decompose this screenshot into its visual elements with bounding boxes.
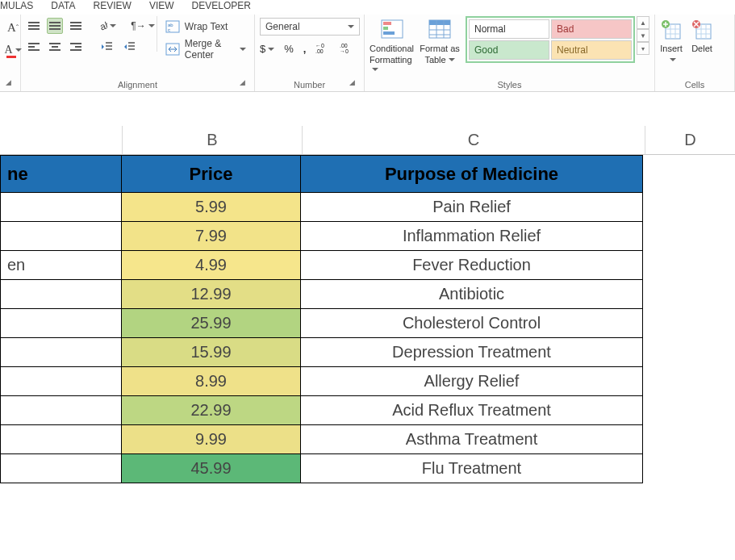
increase-decimal-button[interactable]: ←0.00 xyxy=(315,40,330,56)
align-right-button[interactable] xyxy=(68,39,84,55)
svg-text:←0: ←0 xyxy=(315,43,324,48)
align-middle-button[interactable] xyxy=(47,18,63,34)
delete-cells-icon xyxy=(691,18,713,42)
table-row: 12.99Antibiotic xyxy=(1,280,643,309)
table-row: 7.99Inflammation Relief xyxy=(1,222,643,251)
cell-purpose[interactable]: Allergy Relief xyxy=(301,367,643,396)
align-bottom-button[interactable] xyxy=(68,18,84,34)
cell-price[interactable]: 7.99 xyxy=(122,222,301,251)
col-header-b[interactable]: B xyxy=(122,126,302,155)
chevron-down-icon xyxy=(107,20,116,31)
header-purpose[interactable]: Purpose of Medicine xyxy=(301,156,643,193)
tab-review[interactable]: REVIEW xyxy=(94,0,132,11)
scroll-down-icon[interactable]: ▼ xyxy=(637,29,649,42)
header-name[interactable]: ne xyxy=(1,156,122,193)
text-direction-button[interactable]: ¶→ xyxy=(134,18,152,34)
align-left-button[interactable] xyxy=(26,39,42,55)
style-neutral[interactable]: Neutral xyxy=(551,40,632,60)
increase-font-size-button[interactable]: Aˆ xyxy=(5,19,21,36)
cell-purpose[interactable]: Asthma Treatment xyxy=(301,425,643,454)
cell-price[interactable]: 15.99 xyxy=(122,338,301,367)
merge-center-button[interactable]: Merge & Center xyxy=(162,40,249,58)
spreadsheet[interactable]: B C D ne Price Purpose of Medicine 5.99P… xyxy=(0,126,735,483)
cond-fmt-label-2: Formatting xyxy=(370,55,412,65)
accounting-format-button[interactable]: $ xyxy=(260,40,274,56)
chevron-down-icon xyxy=(146,20,155,31)
tab-formulas[interactable]: MULAS xyxy=(0,0,33,11)
font-dialog-launcher[interactable]: ◢ xyxy=(2,77,14,88)
style-gallery-spinner[interactable]: ▲ ▼ ▾ xyxy=(637,16,649,63)
cell-name[interactable] xyxy=(1,338,122,367)
format-as-table-button[interactable]: Format as Table xyxy=(419,16,461,65)
tab-view[interactable]: VIEW xyxy=(149,0,174,11)
cell-purpose[interactable]: Acid Reflux Treatment xyxy=(301,396,643,425)
insert-cells-button[interactable]: Insert xyxy=(660,18,683,65)
group-font-label: ◢ xyxy=(5,88,15,90)
conditional-formatting-button[interactable]: Conditional Formatting xyxy=(370,16,414,74)
cell-purpose[interactable]: Pain Relief xyxy=(301,193,643,222)
style-bad[interactable]: Bad xyxy=(551,19,632,39)
svg-text:.00: .00 xyxy=(340,43,348,48)
cell-purpose[interactable]: Flu Treatment xyxy=(301,454,643,483)
cell-name[interactable] xyxy=(1,280,122,309)
cell-name[interactable]: en xyxy=(1,251,122,280)
wrap-text-button[interactable]: abc Wrap Text xyxy=(162,18,249,36)
cell-purpose[interactable]: Cholesterol Control xyxy=(301,309,643,338)
col-header-d[interactable]: D xyxy=(645,126,735,155)
col-header-a[interactable] xyxy=(0,126,122,155)
gallery-expand-icon[interactable]: ▾ xyxy=(637,42,649,55)
align-top-button[interactable] xyxy=(26,18,42,34)
style-normal[interactable]: Normal xyxy=(469,19,549,39)
align-center-button[interactable] xyxy=(47,39,63,55)
cell-price[interactable]: 45.99 xyxy=(122,454,301,483)
decrease-indent-button[interactable] xyxy=(98,39,116,55)
delete-label: Delet xyxy=(691,44,712,53)
cell-purpose[interactable]: Depression Treatment xyxy=(301,338,643,367)
header-price[interactable]: Price xyxy=(122,156,301,193)
svg-rect-11 xyxy=(383,27,388,30)
col-header-c[interactable]: C xyxy=(302,126,645,155)
decrease-decimal-button[interactable]: .00→0 xyxy=(340,40,354,56)
tab-data[interactable]: DATA xyxy=(51,0,75,11)
cell-name[interactable] xyxy=(1,222,122,251)
cell-price[interactable]: 8.99 xyxy=(122,367,301,396)
svg-text:c: c xyxy=(168,27,170,32)
chevron-down-icon xyxy=(345,21,354,32)
number-dialog-launcher[interactable]: ◢ xyxy=(346,77,357,88)
font-color-button[interactable]: A xyxy=(5,42,21,58)
table-row: 45.99Flu Treatment xyxy=(1,454,643,483)
cell-price[interactable]: 12.99 xyxy=(122,280,301,309)
insert-label: Insert xyxy=(660,44,683,53)
alignment-dialog-launcher[interactable]: ◢ xyxy=(236,77,248,88)
chevron-down-icon xyxy=(265,43,274,55)
number-format-dropdown[interactable]: General xyxy=(260,18,360,36)
cell-styles-gallery[interactable]: Normal Bad Good Neutral xyxy=(466,16,635,63)
tab-developer[interactable]: DEVELOPER xyxy=(192,0,251,11)
cell-purpose[interactable]: Antibiotic xyxy=(301,280,643,309)
svg-rect-14 xyxy=(429,20,450,25)
cell-name[interactable] xyxy=(1,193,122,222)
cell-name[interactable] xyxy=(1,454,122,483)
data-table[interactable]: ne Price Purpose of Medicine 5.99Pain Re… xyxy=(0,155,643,483)
cell-name[interactable] xyxy=(1,309,122,338)
group-alignment-label: Alignment ◢ xyxy=(26,78,249,90)
delete-cells-button[interactable]: Delet xyxy=(691,18,713,53)
comma-format-button[interactable]: , xyxy=(303,40,307,56)
cell-name[interactable] xyxy=(1,396,122,425)
style-good[interactable]: Good xyxy=(469,40,549,60)
cell-price[interactable]: 9.99 xyxy=(122,425,301,454)
cell-purpose[interactable]: Inflammation Relief xyxy=(301,222,643,251)
cell-name[interactable] xyxy=(1,425,122,454)
cell-price[interactable]: 4.99 xyxy=(122,251,301,280)
increase-indent-button[interactable] xyxy=(121,39,139,55)
cell-price[interactable]: 5.99 xyxy=(122,193,301,222)
scroll-up-icon[interactable]: ▲ xyxy=(637,16,649,29)
cell-price[interactable]: 22.99 xyxy=(122,396,301,425)
cell-name[interactable] xyxy=(1,367,122,396)
table-row: 9.99Asthma Treatment xyxy=(1,425,643,454)
cell-price[interactable]: 25.99 xyxy=(122,309,301,338)
orientation-button[interactable]: ab xyxy=(98,18,116,34)
cell-purpose[interactable]: Fever Reduction xyxy=(301,251,643,280)
svg-rect-10 xyxy=(383,22,391,25)
percent-format-button[interactable]: % xyxy=(284,40,294,56)
